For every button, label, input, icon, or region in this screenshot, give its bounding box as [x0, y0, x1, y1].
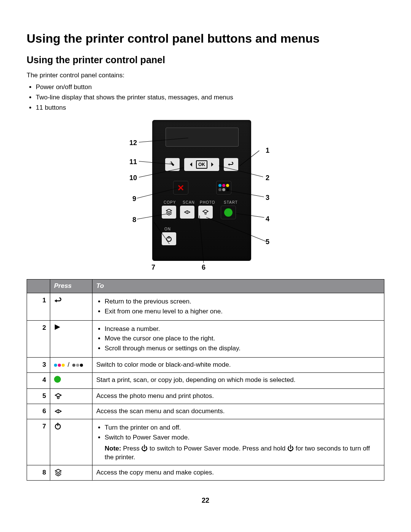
- note-label: Note:: [105, 445, 121, 452]
- row-desc: Return to the previous screen. Exit from…: [92, 293, 384, 320]
- section-title: Using the printer control panel: [27, 54, 384, 67]
- table-row: 5 Access the photo menu and print photos…: [27, 389, 384, 404]
- copy-icon: [54, 468, 62, 477]
- color-mode-button: [216, 181, 231, 195]
- color-dots-icon: [218, 184, 229, 187]
- row-desc: Access the photo menu and print photos.: [92, 389, 384, 404]
- callout-7: 7: [151, 263, 155, 272]
- row-icon: [50, 465, 92, 480]
- callout-5: 5: [266, 237, 269, 246]
- wrench-icon: [169, 161, 176, 168]
- intro-list: Power on/off button Two-line display tha…: [29, 83, 384, 112]
- table-row: 3 / Switch to color mode or black-and-wh…: [27, 358, 384, 373]
- list-item: Two-line display that shows the printer …: [36, 93, 384, 102]
- row-desc: Switch to color mode or black-and-white …: [92, 358, 384, 373]
- callout-11: 11: [129, 157, 137, 166]
- photo-label: PHOTO: [200, 200, 215, 205]
- list-item: Power on/off button: [36, 83, 384, 92]
- photo-icon: [54, 392, 62, 400]
- table-header-to: To: [92, 279, 384, 293]
- start-circle-icon: [224, 208, 233, 217]
- row-icon: [50, 293, 92, 320]
- photo-icon: [202, 208, 209, 216]
- callout-8: 8: [132, 215, 136, 224]
- callout-4: 4: [266, 214, 269, 224]
- desc-item: Switch to Power Saver mode.: [105, 433, 380, 442]
- row-num: 8: [27, 465, 50, 480]
- table-row: 2 Increase a number. Move the cursor one…: [27, 320, 384, 358]
- callout-9: 9: [132, 194, 136, 203]
- on-label: ON: [164, 227, 171, 232]
- copy-button: [162, 206, 176, 219]
- row-desc: Increase a number. Move the cursor one p…: [92, 320, 384, 358]
- row-icon: [50, 419, 92, 465]
- table-row: 6 Access the scan menu and scan document…: [27, 404, 384, 419]
- bw-dots-icon: [218, 188, 229, 191]
- svg-point-0: [205, 213, 206, 214]
- scan-label: SCAN: [183, 200, 195, 205]
- row-num: 1: [27, 293, 50, 320]
- table-header-press: Press: [50, 279, 92, 293]
- scan-icon: [183, 208, 191, 216]
- callout-3: 3: [266, 193, 269, 202]
- table-row: 7 Turn the printer on and off. Switch to…: [27, 419, 384, 465]
- x-icon: [178, 185, 184, 191]
- row-icon: [50, 373, 92, 389]
- cancel-button: [173, 181, 188, 195]
- page-number: 22: [27, 496, 384, 505]
- chevron-right-icon: [210, 162, 215, 167]
- row-num: 6: [27, 404, 50, 419]
- lcd-display: [166, 128, 239, 147]
- callout-2: 2: [266, 173, 269, 182]
- start-button: [221, 206, 236, 219]
- row-icon: [50, 389, 92, 404]
- back-arrow-icon: [227, 161, 235, 168]
- list-item: 11 buttons: [36, 104, 384, 112]
- control-panel-diagram: OK COPY SCAN PHOTO START: [88, 120, 323, 272]
- desc-item: Return to the previous screen.: [105, 297, 380, 306]
- table-header-blank: [27, 279, 50, 293]
- row-desc: Start a print, scan, or copy job, depend…: [92, 373, 384, 389]
- row-num: 5: [27, 389, 50, 404]
- page-title: Using the printer control panel buttons …: [27, 30, 384, 47]
- row-icon: /: [50, 358, 92, 373]
- back-arrow-icon: [54, 296, 63, 304]
- power-icon: [54, 422, 62, 430]
- bw-dots-icon: [72, 364, 83, 367]
- chevron-left-icon: [188, 162, 194, 167]
- callout-6: 6: [202, 263, 206, 272]
- button-reference-table: Press To 1 Return to the previous screen…: [27, 279, 384, 481]
- table-row: 1 Return to the previous screen. Exit fr…: [27, 293, 384, 320]
- triangle-right-icon: [54, 324, 61, 331]
- desc-item: Increase a number.: [105, 325, 380, 334]
- table-row: 8 Access the copy menu and make copies.: [27, 465, 384, 480]
- row-num: 3: [27, 358, 50, 373]
- row-num: 7: [27, 419, 50, 465]
- callout-1: 1: [266, 146, 269, 155]
- table-row: 4 Start a print, scan, or copy job, depe…: [27, 373, 384, 389]
- row-desc: Access the copy menu and make copies.: [92, 465, 384, 480]
- intro-lead: The printer control panel contains:: [27, 71, 384, 80]
- copy-icon: [165, 208, 173, 216]
- row-desc: Turn the printer on and off. Switch to P…: [92, 419, 384, 465]
- copy-label: COPY: [164, 200, 176, 205]
- power-icon: [166, 235, 172, 242]
- row-num: 2: [27, 320, 50, 358]
- start-label: START: [224, 200, 238, 205]
- start-circle-icon: [54, 376, 61, 383]
- color-dots-icon: [54, 364, 65, 367]
- desc-item: Scroll through menus or settings on the …: [105, 344, 380, 353]
- scan-button: [180, 206, 194, 219]
- desc-item: Exit from one menu level to a higher one…: [105, 307, 380, 316]
- svg-point-2: [57, 397, 59, 399]
- note-text: Press ⏻ to switch to Power Saver mode. P…: [105, 445, 370, 461]
- row-desc: Access the scan menu and scan documents.: [92, 404, 384, 419]
- row-icon: [50, 320, 92, 358]
- scan-icon: [54, 407, 62, 415]
- callout-10: 10: [129, 173, 137, 182]
- row-icon: [50, 404, 92, 419]
- desc-item: Move the cursor one place to the right.: [105, 334, 380, 343]
- ok-button: OK: [184, 158, 219, 171]
- desc-item: Turn the printer on and off.: [105, 423, 380, 432]
- photo-button: [198, 206, 213, 219]
